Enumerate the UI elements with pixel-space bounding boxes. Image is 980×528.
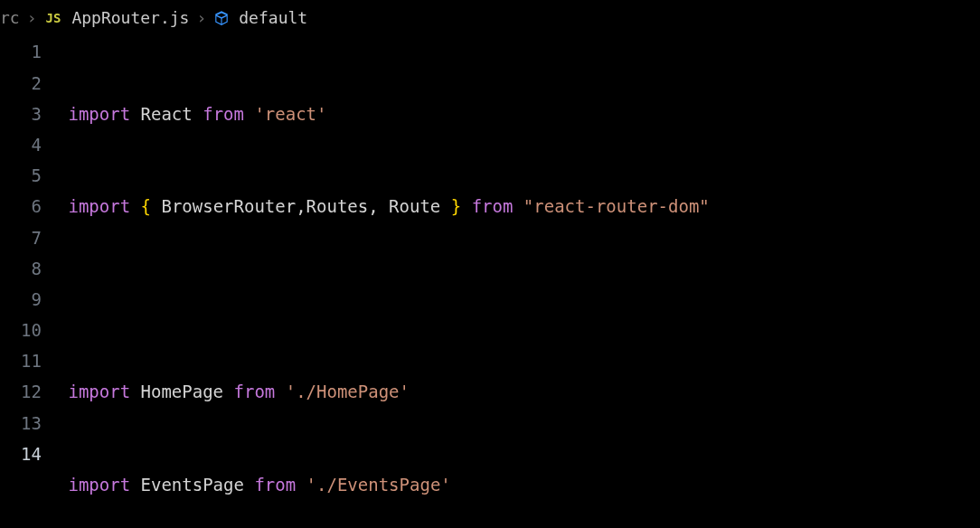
line-number: 2 <box>0 68 42 99</box>
breadcrumb-file-label: AppRouter.js <box>71 4 189 33</box>
chevron-right-icon: › <box>196 4 206 33</box>
breadcrumb-symbol-label: default <box>239 4 307 33</box>
line-number: 8 <box>0 253 42 284</box>
line-number: 6 <box>0 191 42 222</box>
symbol-icon <box>213 10 230 26</box>
line-number: 9 <box>0 284 42 315</box>
line-number-gutter: 1 2 3 4 5 6 7 8 9 10 11 12 13 14 <box>0 36 58 528</box>
code-line[interactable]: import React from 'react' <box>58 99 980 129</box>
code-line[interactable]: import HomePage from './HomePage' <box>58 376 980 407</box>
breadcrumb: rc › JS AppRouter.js › default <box>0 0 980 36</box>
breadcrumb-folder[interactable]: rc <box>0 4 20 33</box>
line-number: 1 <box>0 36 42 67</box>
code-line[interactable]: import { BrowserRouter,Routes, Route } f… <box>58 191 980 222</box>
code-editor[interactable]: 1 2 3 4 5 6 7 8 9 10 11 12 13 14 import … <box>0 36 980 528</box>
line-number: 10 <box>0 315 42 345</box>
line-number: 3 <box>0 99 42 129</box>
line-number: 13 <box>0 408 42 438</box>
breadcrumb-symbol[interactable]: default <box>213 4 307 33</box>
breadcrumb-file[interactable]: JS AppRouter.js <box>44 4 190 33</box>
line-number: 5 <box>0 160 42 191</box>
line-number: 4 <box>0 129 42 160</box>
code-line[interactable] <box>58 284 980 315</box>
line-number: 11 <box>0 345 42 376</box>
code-line[interactable]: import EventsPage from './EventsPage' <box>58 469 980 500</box>
line-number: 14 <box>0 438 42 469</box>
line-number: 12 <box>0 376 42 407</box>
line-number: 7 <box>0 222 42 253</box>
chevron-right-icon: › <box>27 4 37 33</box>
js-file-icon: JS <box>44 7 63 30</box>
code-area[interactable]: import React from 'react' import { Brows… <box>58 36 980 528</box>
